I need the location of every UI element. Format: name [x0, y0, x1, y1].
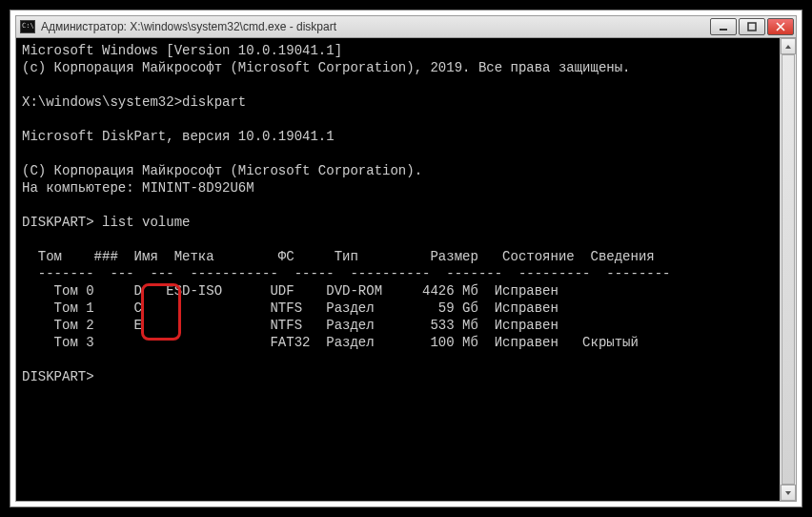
term-line: Microsoft DiskPart, версия 10.0.19041.1 [22, 129, 335, 144]
window-buttons [710, 18, 794, 35]
cmd-window: Администратор: X:\windows\system32\cmd.e… [15, 15, 797, 502]
svg-rect-1 [748, 23, 756, 31]
term-line: На компьютере: MININT-8D92U6M [22, 180, 254, 196]
svg-rect-0 [720, 29, 727, 31]
term-line: (c) Корпорация Майкрософт (Microsoft Cor… [22, 60, 631, 75]
minimize-icon [719, 22, 728, 31]
scroll-down-button[interactable] [781, 485, 796, 501]
term-line: (C) Корпорация Майкрософт (Microsoft Cor… [22, 163, 422, 178]
scroll-up-button[interactable] [781, 38, 796, 54]
chevron-down-icon [784, 489, 792, 497]
titlebar[interactable]: Администратор: X:\windows\system32\cmd.e… [15, 15, 797, 38]
minimize-button[interactable] [710, 18, 737, 35]
term-line: Microsoft Windows [Version 10.0.19041.1] [22, 43, 342, 58]
chevron-up-icon [784, 43, 792, 51]
term-line: Том 3 FAT32 Раздел 100 Мб Исправен Скрыт… [22, 335, 639, 350]
term-line: ------- --- --- ----------- ----- ------… [22, 266, 671, 281]
term-line: Том 1 C NTFS Раздел 59 Gб Исправен [22, 300, 558, 316]
maximize-button[interactable] [739, 18, 765, 35]
term-line: Том ### Имя Метка ФС Тип Размер Состояни… [22, 249, 655, 264]
term-line: DISKPART> list volume [22, 215, 190, 230]
term-line: DISKPART> [22, 369, 94, 384]
outer-frame: Администратор: X:\windows\system32\cmd.e… [10, 10, 802, 507]
term-line: X:\windows\system32>diskpart [22, 94, 246, 110]
scroll-track[interactable] [781, 54, 796, 485]
close-button[interactable] [767, 18, 794, 35]
cmd-icon [20, 20, 35, 33]
close-icon [776, 22, 785, 31]
scroll-thumb[interactable] [782, 54, 795, 485]
maximize-icon [747, 22, 757, 31]
client-area: Microsoft Windows [Version 10.0.19041.1]… [15, 38, 797, 502]
term-line: Том 0 D ESD-ISO UDF DVD-ROM 4426 Мб Испр… [22, 283, 558, 299]
term-line: Том 2 E NTFS Раздел 533 Мб Исправен [22, 318, 558, 333]
window-title: Администратор: X:\windows\system32\cmd.e… [41, 20, 704, 33]
vertical-scrollbar[interactable] [780, 38, 796, 501]
terminal-output[interactable]: Microsoft Windows [Version 10.0.19041.1]… [16, 38, 780, 501]
